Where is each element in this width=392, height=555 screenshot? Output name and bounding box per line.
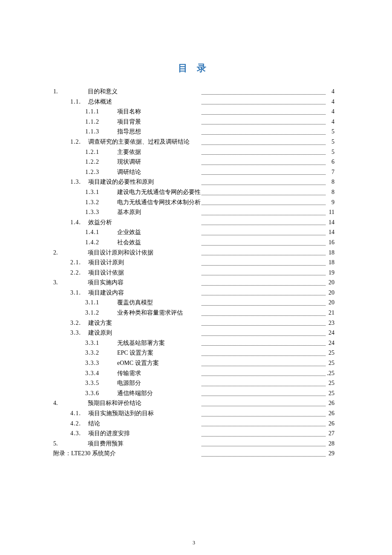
toc-entry-label: 3.项目实施内容 xyxy=(53,278,201,288)
toc-entry-page: 25 xyxy=(326,388,335,399)
toc-entry-text: 调研结论 xyxy=(117,169,141,175)
toc-entry-label: 3.3.1无线基站部署方案 xyxy=(53,338,201,348)
toc-entry-label: 1.4.效益分析 xyxy=(53,217,201,228)
toc-entry-number: 5. xyxy=(53,440,58,447)
toc-entry: 1.2.1主要依据5 xyxy=(53,147,334,157)
toc-entry: 1.1.1项目名称4 xyxy=(53,107,334,117)
toc-entry-page: 25 xyxy=(326,358,335,368)
toc-entry-page: 24 xyxy=(326,328,335,338)
toc-entry: 1.1.3指导思想5 xyxy=(53,127,334,137)
toc-entry-number: 1.2.1 xyxy=(85,147,117,157)
toc-entry-page: 14 xyxy=(326,217,335,228)
toc-entry-text: 传输需求 xyxy=(117,370,141,376)
toc-entry-page: .25 xyxy=(326,368,335,379)
toc-entry-page: 6 xyxy=(326,157,335,167)
toc-entry-number: 2. xyxy=(53,249,58,256)
toc-entry-label: 1.2.3调研结论 xyxy=(53,167,201,177)
toc-entry-number: 4.1. xyxy=(70,408,88,419)
toc-entry-text: 目的和意义 xyxy=(88,88,118,95)
toc-entry-label: 1.3.3基本原则 xyxy=(53,207,201,217)
toc-leader xyxy=(201,177,326,187)
toc-entry: 1.1.总体概述4 xyxy=(53,97,334,107)
toc-entry-number: 3.1.1 xyxy=(85,298,117,308)
toc-entry: 1.3.项目建设的必要性和原则8 xyxy=(53,177,334,187)
toc-entry-number: 1.4.2 xyxy=(85,237,117,248)
toc-entry-text: EPC 设置方案 xyxy=(117,350,153,356)
toc-entry-page: 20 xyxy=(326,288,335,298)
toc-leader xyxy=(201,127,326,137)
toc-entry: 3.3.6通信终端部分25 xyxy=(53,388,334,399)
toc-entry-text: 项目设计原则 xyxy=(88,259,124,266)
toc-entry-text: 业务种类和容量需求评估 xyxy=(117,309,183,316)
toc-entry: 1.1.2项目背景4 xyxy=(53,117,334,127)
toc-entry-text: 通信终端部分 xyxy=(117,390,153,396)
toc-leader xyxy=(201,398,326,408)
toc-entry: 4.预期目标和评价结论26 xyxy=(53,398,334,408)
toc-entry-page: 14 xyxy=(326,227,335,237)
toc-entry: 1.2.调查研究的主要依据、过程及调研结论5 xyxy=(53,137,334,147)
toc-leader xyxy=(201,147,326,157)
toc-entry-number: 3.3.5 xyxy=(85,378,117,388)
toc-entry-page: 20 xyxy=(326,298,335,308)
toc-entry: 3.1.2业务种类和容量需求评估21 xyxy=(53,308,334,318)
toc-entry-label: 3.2.建设方案 xyxy=(53,318,201,328)
toc-entry: 3.项目实施内容20 xyxy=(53,278,334,288)
toc-entry: 附录：LTE230 系统简介29 xyxy=(53,448,334,459)
toc-entry-text: 项目实施预期达到的目标 xyxy=(88,410,154,416)
toc-entry-page: 27 xyxy=(326,428,335,439)
toc-entry-number: 1.3. xyxy=(70,177,88,187)
toc-entry-text: 现状调研 xyxy=(117,159,141,165)
toc-entry: 3.3.5电源部分25 xyxy=(53,378,334,388)
toc-entry-text: 项目建设内容 xyxy=(88,289,124,296)
toc-leader xyxy=(201,348,326,358)
toc-entry-page: 4 xyxy=(326,97,335,107)
toc-entry-label: 1.4.1企业效益 xyxy=(53,227,201,237)
toc-leader xyxy=(201,298,326,308)
toc-entry-number: 3.3.3 xyxy=(85,358,117,368)
toc-entry-number: 1.3.3 xyxy=(85,207,117,217)
toc-entry-number: 1.1.1 xyxy=(85,107,117,117)
toc-entry-text: 电力无线通信专网技术体制分析 xyxy=(117,199,201,205)
toc-entry: 1.4.1企业效益14 xyxy=(53,227,334,237)
toc-entry-number: 1.3.2 xyxy=(85,197,117,208)
toc-entry-label: 1.3.1建设电力无线通信专网的必要性 xyxy=(53,187,201,197)
toc-entry-text: 项目名称 xyxy=(117,108,141,115)
toc-entry-number: 1.4.1 xyxy=(85,227,117,237)
toc-entry-label: 1.2.2现状调研 xyxy=(53,157,201,167)
toc-entry-page: 5 xyxy=(326,147,335,157)
toc-leader xyxy=(201,448,326,459)
toc-entry-label: 2.项目设计原则和设计依据 xyxy=(53,248,201,258)
toc-leader xyxy=(201,237,326,248)
toc-entry-text: 效益分析 xyxy=(88,219,112,225)
toc-leader xyxy=(201,378,326,388)
toc-entry: 1.2.3调研结论7 xyxy=(53,167,334,177)
toc-leader xyxy=(201,318,326,328)
toc-entry-text: 电源部分 xyxy=(117,380,141,386)
toc-entry-page: 4 xyxy=(326,107,335,117)
toc-entry-label: 3.1.项目建设内容 xyxy=(53,288,201,298)
toc-entry-page: 23 xyxy=(326,318,335,328)
toc-entry-text: 建设原则 xyxy=(88,330,112,336)
toc-entry: 3.3.2EPC 设置方案25 xyxy=(53,348,334,358)
toc-entry-text: 社会效益 xyxy=(117,239,141,246)
toc-entry-number: 1.2. xyxy=(70,137,88,147)
toc-leader xyxy=(201,227,326,237)
toc-entry: 3.2.建设方案23 xyxy=(53,318,334,328)
toc-entry: 3.1.项目建设内容20 xyxy=(53,288,334,298)
toc-entry: 5.项目费用预算28 xyxy=(53,439,334,449)
toc-entry-label: 4.预期目标和评价结论 xyxy=(53,398,201,408)
toc-entry-number: 3.1.2 xyxy=(85,308,117,318)
toc-entry-number: 3.3. xyxy=(70,328,88,338)
toc-entry-label: 3.3.3eOMC 设置方案 xyxy=(53,358,201,368)
toc-entry-number: 1.1.2 xyxy=(85,117,117,127)
toc-entry-text: 覆盖仿真模型 xyxy=(117,299,153,306)
toc-entry-number: 3.3.2 xyxy=(85,348,117,358)
toc-leader xyxy=(201,439,326,449)
toc-entry-number: 3.3.4 xyxy=(85,368,117,379)
toc-entry-label: 3.3.4传输需求 xyxy=(53,368,201,379)
toc-entry: 1.3.1建设电力无线通信专网的必要性8 xyxy=(53,187,334,197)
toc-entry: 3.1.1覆盖仿真模型20 xyxy=(53,298,334,308)
document-page: 目 录 1.目的和意义41.1.总体概述41.1.1项目名称41.1.2项目背景… xyxy=(0,0,392,546)
toc-entry-label: 3.1.1覆盖仿真模型 xyxy=(53,298,201,308)
toc-entry-text: 项目费用预算 xyxy=(88,440,124,447)
